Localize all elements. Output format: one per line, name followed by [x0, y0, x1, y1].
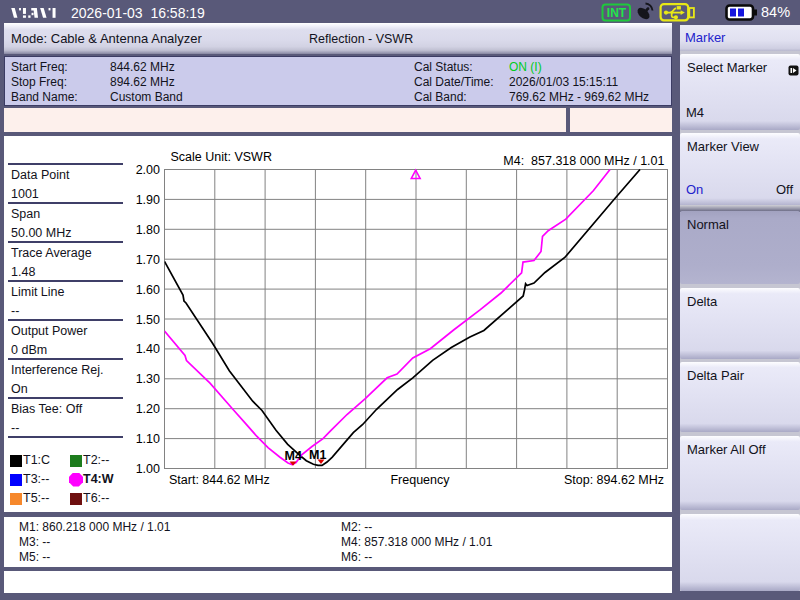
svg-text:Scale Unit: VSWR: Scale Unit: VSWR [171, 150, 272, 164]
svg-text:M4: 857.318 000 MHz / 1.01: M4: 857.318 000 MHz / 1.01 [503, 154, 664, 168]
svg-text:1.00: 1.00 [136, 462, 160, 476]
svg-text:M4: M4 [285, 449, 302, 463]
svg-text:1.10: 1.10 [136, 432, 160, 446]
svg-text:1.90: 1.90 [136, 193, 160, 207]
svg-text:Stop: 894.62 MHz: Stop: 894.62 MHz [564, 473, 664, 487]
svg-text:1.60: 1.60 [136, 283, 160, 297]
svg-text:1.20: 1.20 [136, 402, 160, 416]
svg-text:Start: 844.62 MHz: Start: 844.62 MHz [169, 473, 270, 487]
svg-text:2.00: 2.00 [136, 163, 160, 177]
svg-text:1.80: 1.80 [136, 223, 160, 237]
svg-text:1.30: 1.30 [136, 372, 160, 386]
svg-text:1.50: 1.50 [136, 313, 160, 327]
svg-text:INT: INT [607, 6, 627, 20]
svg-text:1.40: 1.40 [136, 342, 160, 356]
svg-text:Frequency: Frequency [390, 473, 450, 487]
svg-text:M1: M1 [309, 448, 326, 462]
svg-text:1.70: 1.70 [136, 253, 160, 267]
